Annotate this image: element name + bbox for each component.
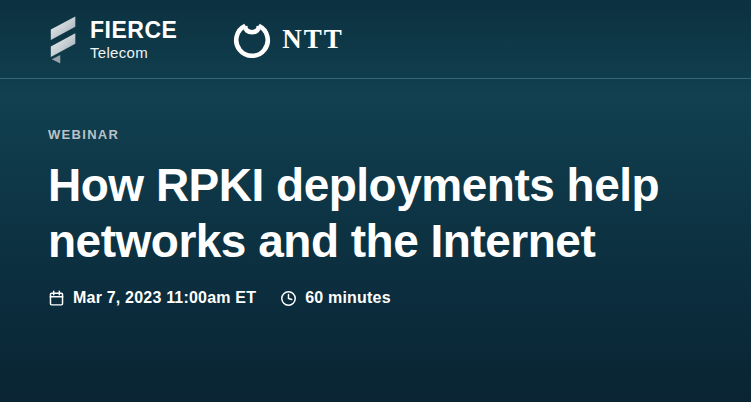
webinar-duration: 60 minutes xyxy=(305,289,391,307)
webinar-title: How RPKI deployments help networks and t… xyxy=(48,157,711,269)
ntt-logo[interactable]: NTT xyxy=(231,18,344,60)
fierce-brand-name: FIERCE xyxy=(90,19,177,42)
calendar-icon xyxy=(48,290,65,307)
webinar-eyebrow: WEBINAR xyxy=(48,127,711,142)
fierce-telecom-logo[interactable]: FIERCE Telecom xyxy=(48,13,177,65)
webinar-landing-page: FIERCE Telecom NTT WEBINAR How RPKI depl… xyxy=(0,0,751,402)
webinar-meta: Mar 7, 2023 11:00am ET 60 minutes xyxy=(48,289,711,307)
ntt-brand-name: NTT xyxy=(282,26,344,53)
hero-section: WEBINAR How RPKI deployments help networ… xyxy=(0,79,751,307)
fierce-logo-icon xyxy=(48,13,80,65)
ntt-logo-icon xyxy=(231,18,273,60)
header: FIERCE Telecom NTT xyxy=(0,0,751,79)
clock-icon xyxy=(280,290,297,307)
webinar-duration-item: 60 minutes xyxy=(280,289,391,307)
webinar-date-item: Mar 7, 2023 11:00am ET xyxy=(48,289,256,307)
webinar-date: Mar 7, 2023 11:00am ET xyxy=(73,289,256,307)
fierce-brand-sub: Telecom xyxy=(90,45,177,60)
fierce-logo-text: FIERCE Telecom xyxy=(90,19,177,60)
